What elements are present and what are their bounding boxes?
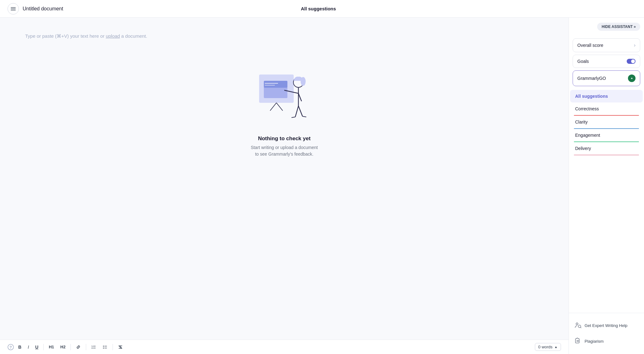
right-panel-top: HIDE ASSISTANT »: [569, 23, 644, 33]
correctness-item[interactable]: Correctness: [570, 102, 643, 115]
word-count-button[interactable]: 0 words ▲: [535, 343, 561, 351]
svg-rect-0: [11, 7, 16, 8]
overall-score-chevron: ›: [634, 42, 636, 48]
svg-rect-1: [11, 8, 16, 9]
delivery-underline: [574, 155, 639, 155]
grammarly-go-label: GrammarlyGO: [577, 76, 606, 81]
svg-line-16: [291, 117, 295, 118]
hamburger-button[interactable]: [8, 3, 19, 14]
illustration-svg: [253, 65, 316, 128]
italic-button[interactable]: I: [26, 343, 31, 351]
h1-button[interactable]: H1: [47, 343, 56, 351]
help-icon: ?: [8, 344, 14, 350]
svg-line-6: [270, 103, 276, 111]
nothing-title: Nothing to check yet: [258, 136, 310, 142]
hamburger-icon: [11, 6, 16, 11]
bottom-toolbar: ? B I U H1 H2 1. 2.: [0, 340, 569, 354]
illustration-container: Nothing to check yet Start writing or up…: [25, 65, 543, 158]
svg-text:2.: 2.: [92, 347, 93, 349]
link-icon: [76, 345, 81, 350]
top-bar-left: Untitled document: [8, 3, 63, 14]
goals-label: Goals: [577, 59, 589, 64]
overall-score-card[interactable]: Overall score ›: [573, 38, 640, 52]
svg-point-25: [103, 346, 104, 346]
unordered-list-icon: [103, 345, 108, 350]
svg-point-33: [576, 323, 578, 325]
ordered-list-button[interactable]: 1. 2.: [89, 343, 98, 351]
suggestions-section: All suggestions Correctness Clarity Enga…: [569, 90, 644, 155]
expert-writing-item[interactable]: Get Expert Writing Help: [573, 318, 640, 334]
toolbar-divider-1: [43, 344, 44, 350]
all-suggestions-item[interactable]: All suggestions: [570, 90, 643, 102]
h2-button[interactable]: H2: [58, 343, 68, 351]
underline-button[interactable]: U: [33, 343, 40, 351]
toolbar-divider-3: [86, 344, 86, 350]
svg-point-26: [103, 347, 104, 348]
engagement-item[interactable]: Engagement: [570, 129, 643, 141]
clear-format-button[interactable]: [116, 343, 125, 351]
plagiarism-item[interactable]: Plagiarism: [573, 334, 640, 349]
svg-line-7: [276, 103, 283, 111]
plagiarism-icon: [574, 337, 581, 346]
editor-area: Type or paste (⌘+V) your text here or up…: [0, 18, 569, 354]
svg-line-14: [298, 106, 303, 116]
editor-placeholder: Type or paste (⌘+V) your text here or up…: [25, 33, 543, 40]
goals-toggle[interactable]: [627, 59, 636, 64]
svg-point-9: [301, 77, 306, 86]
toolbar-divider-2: [70, 344, 71, 350]
svg-line-12: [298, 93, 302, 101]
nothing-sub: Start writing or upload a document to se…: [251, 144, 318, 158]
main-layout: Type or paste (⌘+V) your text here or up…: [0, 18, 644, 354]
help-button[interactable]: ?: [8, 344, 14, 350]
grammarly-go-card[interactable]: GrammarlyGO ✦: [573, 70, 640, 86]
delivery-item[interactable]: Delivery: [570, 142, 643, 155]
center-title: All suggestions: [301, 6, 336, 11]
link-button[interactable]: [74, 343, 83, 351]
unordered-list-button[interactable]: [101, 343, 109, 351]
ordered-list-icon: 1. 2.: [91, 345, 96, 350]
upload-link[interactable]: upload: [106, 33, 120, 39]
top-bar: Untitled document All suggestions: [0, 0, 644, 18]
svg-line-13: [295, 106, 298, 117]
grammarly-go-icon: ✦: [628, 75, 636, 82]
hide-assistant-button[interactable]: HIDE ASSISTANT »: [597, 23, 640, 31]
expert-writing-icon: [574, 321, 581, 330]
svg-text:?: ?: [9, 345, 12, 350]
bold-button[interactable]: B: [16, 343, 23, 351]
svg-line-35: [580, 327, 581, 328]
svg-line-15: [303, 116, 306, 117]
document-title: Untitled document: [23, 6, 63, 12]
editor-scroll[interactable]: Type or paste (⌘+V) your text here or up…: [0, 18, 569, 340]
toolbar-divider-4: [113, 344, 113, 350]
clear-format-icon: [118, 345, 123, 350]
clarity-item[interactable]: Clarity: [570, 116, 643, 128]
overall-score-label: Overall score: [577, 43, 603, 48]
right-panel: HIDE ASSISTANT » Overall score › Goals G…: [569, 18, 644, 354]
svg-rect-2: [11, 10, 16, 10]
panel-bottom: Get Expert Writing Help Plagiarism: [569, 313, 644, 349]
goals-card[interactable]: Goals: [573, 55, 640, 68]
svg-rect-5: [264, 81, 287, 88]
